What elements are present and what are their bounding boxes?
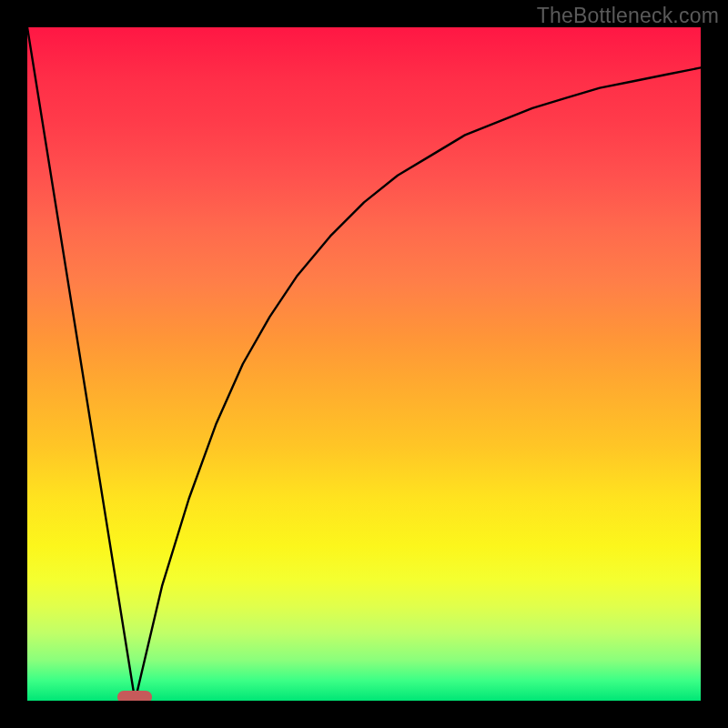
watermark-text: TheBottleneck.com: [537, 4, 719, 28]
curve-layer: [27, 27, 701, 701]
plot-area: [27, 27, 701, 701]
optimal-point-marker: [117, 691, 152, 701]
bottleneck-curve: [27, 27, 701, 701]
chart-frame: TheBottleneck.com: [0, 0, 728, 728]
